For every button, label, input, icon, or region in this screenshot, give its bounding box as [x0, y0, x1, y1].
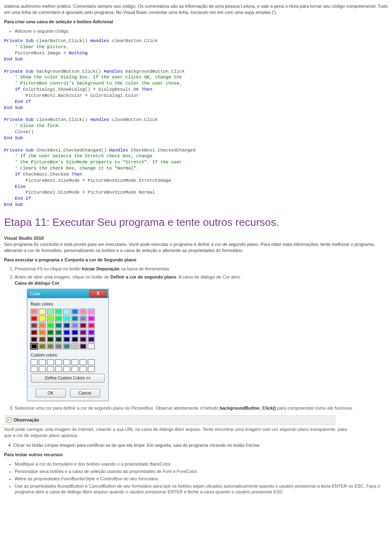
color-swatch[interactable] [31, 316, 38, 321]
color-swatch[interactable] [55, 309, 62, 314]
basic-colors-grid [31, 309, 105, 349]
color-swatch[interactable] [80, 337, 87, 342]
dialog-title-text: Color [30, 291, 89, 297]
color-swatch[interactable] [71, 343, 78, 349]
color-swatch[interactable] [88, 337, 95, 342]
color-swatch[interactable] [55, 343, 62, 349]
step-1: Pressionar F5 ou clique no botão Iniciar… [15, 266, 388, 272]
custom-color-slot[interactable] [88, 359, 95, 365]
custom-color-slot[interactable] [31, 359, 38, 365]
heading-exec: Para executar o programa e Conjunto a co… [4, 257, 388, 263]
color-swatch[interactable] [63, 330, 70, 335]
basic-colors-label: Basic colors: [31, 301, 105, 307]
color-swatch[interactable] [47, 309, 54, 314]
color-swatch[interactable] [47, 316, 54, 321]
custom-color-slot[interactable] [39, 359, 46, 365]
color-swatch[interactable] [31, 309, 38, 314]
custom-color-slot[interactable] [47, 359, 54, 365]
color-swatch[interactable] [88, 316, 95, 321]
color-swatch[interactable] [39, 309, 46, 314]
bullet-add-code: Adicione o seguinte código. [15, 28, 388, 34]
color-swatch[interactable] [71, 316, 78, 321]
color-swatch[interactable] [39, 337, 46, 342]
color-swatch[interactable] [31, 337, 38, 342]
custom-color-slot[interactable] [55, 366, 62, 372]
test-item-a: Modifique a cor do formulário e dos botõ… [15, 461, 388, 467]
color-swatch[interactable] [55, 337, 62, 342]
color-swatch[interactable] [80, 330, 87, 335]
step-4: 4. Clicar no botão Limpar imagem para ce… [8, 442, 388, 448]
custom-color-slot[interactable] [80, 366, 87, 372]
dialog-titlebar[interactable]: Color X [27, 289, 108, 298]
color-swatch[interactable] [80, 316, 87, 321]
color-swatch[interactable] [39, 330, 46, 335]
color-swatch[interactable] [39, 316, 46, 321]
color-swatch[interactable] [31, 323, 38, 328]
color-swatch[interactable] [71, 323, 78, 328]
step-3: Selecione uma cor para definir a cor de … [15, 405, 388, 411]
cancel-button[interactable]: Cancel [70, 389, 100, 398]
color-swatch[interactable] [63, 337, 70, 342]
note-icon [7, 417, 11, 422]
color-swatch[interactable] [63, 309, 70, 314]
color-swatch[interactable] [55, 316, 62, 321]
note-body: Você pode carregar uma imagem da Interne… [4, 426, 347, 439]
color-swatch[interactable] [71, 330, 78, 335]
color-swatch[interactable] [55, 330, 62, 335]
custom-color-slot[interactable] [88, 366, 95, 372]
color-swatch[interactable] [80, 323, 87, 328]
code-block: Private Sub clearButton_Click() Handles … [4, 38, 388, 208]
color-swatch[interactable] [47, 337, 54, 342]
custom-color-slot[interactable] [63, 359, 70, 365]
color-swatch[interactable] [55, 323, 62, 328]
note-header: Observação [4, 415, 336, 425]
color-swatch[interactable] [80, 309, 87, 314]
vs-label: Visual Studio 2010 [4, 236, 44, 241]
heading-test: Para testar outros recursos [4, 452, 388, 458]
dialog-close-button[interactable]: X [89, 290, 107, 297]
custom-colors-label: Custom colors: [31, 352, 105, 358]
color-dialog: Color X Basic colors: Custom colors: Def… [27, 289, 109, 401]
heading-adicional: Para criar uma caixa de seleção e botões… [4, 19, 388, 25]
intro-paragraph: sistema autônomo melhor prática: Comentá… [4, 3, 388, 16]
custom-color-slot[interactable] [71, 366, 78, 372]
color-swatch[interactable] [47, 343, 54, 349]
color-swatch[interactable] [63, 323, 70, 328]
color-swatch[interactable] [88, 343, 95, 349]
color-swatch[interactable] [80, 343, 87, 349]
color-swatch[interactable] [31, 343, 38, 349]
custom-color-slot[interactable] [55, 359, 62, 365]
color-swatch[interactable] [88, 323, 95, 328]
note-title-text: Observação [13, 417, 39, 423]
ok-button[interactable]: OK [36, 389, 66, 398]
custom-color-slot[interactable] [63, 366, 70, 372]
custom-color-slot[interactable] [47, 366, 54, 372]
custom-colors-grid [31, 359, 105, 372]
color-swatch[interactable] [39, 323, 46, 328]
color-swatch[interactable] [63, 343, 70, 349]
color-swatch[interactable] [88, 309, 95, 314]
custom-color-slot[interactable] [80, 359, 87, 365]
test-item-b: Personalize seus botões e a caixa de sel… [15, 468, 388, 475]
define-custom-colors-button[interactable]: Define Custom Colors >> [31, 374, 105, 383]
color-swatch[interactable] [88, 330, 95, 335]
test-item-d: Use as propriedades AcceptButton e Cance… [15, 483, 388, 495]
color-swatch[interactable] [63, 316, 70, 321]
step-2: Antes de abrir uma imagem, clique no bot… [15, 274, 388, 401]
custom-color-slot[interactable] [31, 366, 38, 372]
color-swatch[interactable] [71, 337, 78, 342]
custom-color-slot[interactable] [39, 366, 46, 372]
custom-color-slot[interactable] [71, 359, 78, 365]
vs-description: Seu programa foi concluído e está pronto… [4, 242, 375, 253]
color-swatch[interactable] [71, 309, 78, 314]
step-11-heading: Etapa 11: Executar Seu programa e tente … [4, 215, 388, 230]
color-swatch[interactable] [47, 323, 54, 328]
color-swatch[interactable] [31, 330, 38, 335]
color-swatch[interactable] [47, 330, 54, 335]
color-swatch[interactable] [39, 343, 46, 349]
vs-section: Visual Studio 2010 Seu programa foi conc… [4, 235, 388, 254]
test-item-c: Altere as propriedades FormBorderStyle e… [15, 476, 388, 482]
